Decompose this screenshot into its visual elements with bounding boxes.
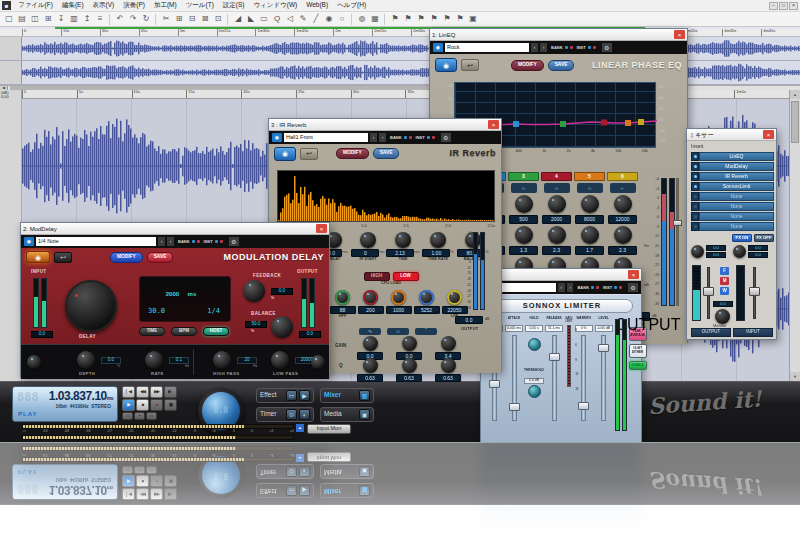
band-freq-knob[interactable]	[515, 195, 533, 213]
time-mode-button[interactable]: TIME	[139, 327, 165, 336]
input-trim-knob[interactable]	[27, 355, 41, 369]
output-fader[interactable]	[676, 178, 679, 306]
insert-power-icon[interactable]	[691, 162, 699, 171]
input-monitor-button[interactable]: Input Mon	[307, 424, 351, 434]
input-tab[interactable]: INPUT	[733, 328, 773, 337]
eq-q-knob[interactable]	[441, 358, 456, 373]
inst-dot-red[interactable]	[593, 46, 596, 49]
eq-handle-band6[interactable]	[638, 119, 644, 125]
insert-power-icon[interactable]	[691, 192, 699, 201]
release-slider[interactable]	[552, 335, 557, 421]
preset-field[interactable]: 1/4 Note	[36, 237, 156, 246]
bypass-button[interactable]: ◉	[274, 147, 296, 161]
close-icon[interactable]: ×	[789, 2, 798, 10]
preset-next-icon[interactable]: ›	[567, 283, 574, 292]
preset-next-icon[interactable]: ›	[379, 133, 386, 142]
save-file-icon[interactable]: ◫	[29, 13, 41, 25]
separator-1-icon[interactable]	[109, 14, 111, 25]
insert-slot[interactable]: IR Reverb	[691, 172, 774, 181]
gear-icon[interactable]: ⚙	[628, 283, 638, 292]
output-fader-thumb[interactable]	[703, 287, 714, 296]
gear-icon[interactable]: ⚙	[229, 237, 239, 246]
output-tab[interactable]: OUTPUT	[691, 328, 731, 337]
save-button[interactable]: SAVE	[147, 252, 174, 263]
fade-in-icon[interactable]: ◢	[232, 13, 244, 25]
表示(V)-menu[interactable]: 表示(V)	[89, 1, 119, 10]
bank-dot-blue[interactable]	[591, 286, 594, 289]
modify-button[interactable]: MODIFY	[110, 252, 143, 263]
marker-save-icon[interactable]: ▣	[467, 13, 479, 25]
eq-q-knob[interactable]	[363, 358, 378, 373]
curve-type-bell[interactable]: ∩	[387, 328, 409, 335]
select-tool-icon[interactable]: ▭	[258, 13, 270, 25]
bpm-mode-button[interactable]: BPM	[171, 327, 197, 336]
flat-button[interactable]: ↩	[300, 148, 318, 160]
rate-knob[interactable]	[145, 351, 163, 369]
Web(B)-menu[interactable]: Web(B)	[302, 1, 332, 10]
ツール(T)-menu[interactable]: ツール(T)	[182, 1, 218, 10]
eq-freq-knob[interactable]	[391, 290, 406, 305]
inst-dot-blue[interactable]	[427, 136, 430, 139]
new-file-icon[interactable]: ▢	[3, 13, 15, 25]
low-pass-knob[interactable]	[271, 351, 289, 369]
export-icon[interactable]: ↥	[81, 13, 93, 25]
eq-handle-band2[interactable]	[513, 121, 519, 127]
save-as-icon[interactable]: ⊞	[42, 13, 54, 25]
insert-slot[interactable]: None	[691, 212, 774, 221]
編集(E)-menu[interactable]: 編集(E)	[58, 1, 88, 10]
curve-type-high-shelf[interactable]: ‾	[415, 328, 437, 335]
eq-gain-knob[interactable]	[363, 336, 378, 351]
flat-button[interactable]: ↩	[461, 59, 479, 71]
eq-handle-band5[interactable]	[625, 120, 631, 126]
rewind-button[interactable]: ◀◀	[136, 386, 149, 398]
grid-icon[interactable]: ▦	[369, 13, 381, 25]
insert-slot[interactable]: None	[691, 192, 774, 201]
None-insert[interactable]: None	[699, 202, 774, 211]
insert-slot[interactable]: ModDelay	[691, 162, 774, 171]
pencil-icon[interactable]: ✎	[297, 13, 309, 25]
band-curve-icon[interactable]: ∩	[577, 183, 603, 193]
copy-icon[interactable]: ⊞	[173, 13, 185, 25]
save-button[interactable]: SAVE	[548, 60, 575, 71]
line-tool-icon[interactable]: ╱	[310, 13, 322, 25]
加工(M)-menu[interactable]: 加工(M)	[150, 1, 181, 10]
cpu-high-button[interactable]: HIGH	[364, 272, 390, 281]
None-insert[interactable]: None	[699, 222, 774, 231]
input-fader-thumb[interactable]	[749, 287, 760, 296]
lineq-title-bar[interactable]: 1: LinEQ×	[430, 29, 687, 41]
IR Reverb-insert[interactable]: IR Reverb	[699, 172, 774, 181]
fx-off-button[interactable]: FX OFF	[754, 234, 774, 242]
bypass-button[interactable]: ◉	[435, 58, 457, 72]
TIME RATE-knob[interactable]	[430, 232, 446, 248]
meter-option-icon[interactable]: ▲	[296, 424, 304, 432]
preset-field[interactable]: Rock	[445, 43, 529, 52]
output-trim-knob[interactable]	[311, 355, 325, 369]
power-icon[interactable]: ◉	[433, 43, 443, 52]
band-gain-knob[interactable]	[614, 226, 632, 244]
fade-out-icon[interactable]: ◣	[245, 13, 257, 25]
insert-slot[interactable]: None	[691, 222, 774, 231]
paste-icon[interactable]: ⊟	[186, 13, 198, 25]
ファイル(F)-menu[interactable]: ファイル(F)	[14, 1, 57, 10]
attack-slider[interactable]	[512, 335, 517, 421]
insert-slot[interactable]: LinEQ	[691, 152, 774, 161]
gear-icon[interactable]: ⚙	[602, 43, 612, 52]
mix-paste-icon[interactable]: ⊠	[199, 13, 211, 25]
eq-handle-band3[interactable]	[560, 121, 566, 127]
mic-icon[interactable]: ◉	[323, 13, 335, 25]
band-number[interactable]: 5	[574, 172, 605, 181]
go-end-button[interactable]: ▶▏	[164, 386, 177, 398]
insert-slot[interactable]: None	[691, 202, 774, 211]
close-icon[interactable]: ×	[628, 270, 639, 279]
erase-icon[interactable]: ⊡	[212, 13, 224, 25]
bank-dot-red[interactable]	[197, 240, 200, 243]
band-curve-icon[interactable]: ∩	[511, 183, 537, 193]
W-button[interactable]: W	[720, 287, 729, 295]
mixer-button[interactable]: Mixer▥	[320, 388, 374, 403]
loop-start-button[interactable]: ◁	[122, 412, 133, 420]
loop-stop-button[interactable]: ▪	[134, 412, 145, 420]
bank-dot-blue[interactable]	[565, 46, 568, 49]
restore-icon[interactable]: □	[779, 2, 788, 10]
SonnoxLimit-insert[interactable]: SonnoxLimit	[699, 182, 774, 191]
marker-1-icon[interactable]: ⚑	[415, 13, 427, 25]
